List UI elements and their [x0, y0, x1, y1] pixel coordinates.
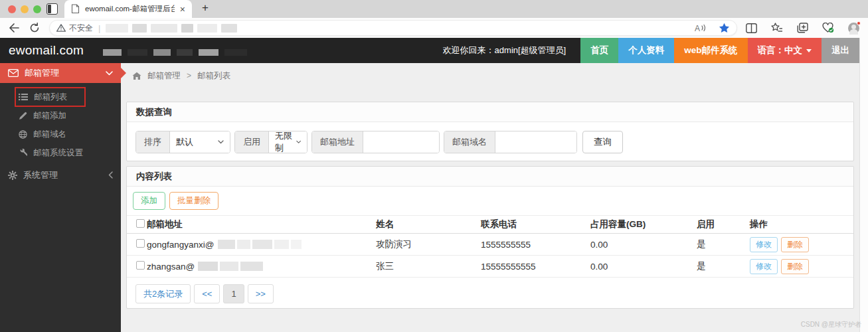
browser-tab[interactable]: ewomail.com-邮箱管理后台 ×	[64, 0, 192, 18]
header-phone: 联系电话	[481, 218, 590, 230]
domain-input[interactable]	[495, 131, 576, 153]
nav-profile-label: 个人资料	[628, 44, 664, 56]
sidebar-item-mail-domain[interactable]: 邮箱域名	[0, 125, 121, 143]
cell-email: zhangsan@	[147, 262, 195, 272]
select-chevron-icon	[296, 140, 301, 144]
tab-close-icon[interactable]: ×	[180, 5, 185, 14]
nav-webmail-button[interactable]: web邮件系统	[674, 38, 747, 63]
address-separator: |	[98, 23, 100, 33]
svg-text:A: A	[695, 24, 700, 33]
sort-value: 默认	[176, 136, 193, 148]
page-scrollbar[interactable]	[859, 38, 868, 332]
window-close-button[interactable]	[8, 5, 16, 13]
edit-button[interactable]: 修改	[750, 259, 778, 274]
cell-capacity: 0.00	[590, 262, 697, 272]
delete-button[interactable]: 删除	[781, 237, 809, 252]
email-label: 邮箱地址	[312, 131, 363, 153]
sidebar-item-mail-list[interactable]: 邮箱列表	[0, 88, 121, 106]
pencil-icon	[19, 112, 27, 120]
browser-tab-strip: ewomail.com-邮箱管理后台 × +	[0, 0, 868, 18]
main-content: 邮箱管理 > 邮箱列表 数据查询 排序 默认 启用 无限制	[121, 63, 859, 332]
list-panel-title: 内容列表	[127, 167, 853, 187]
email-input[interactable]	[363, 131, 439, 153]
row-checkbox[interactable]	[136, 261, 145, 270]
sidebar-group-system[interactable]: 系统管理	[0, 165, 121, 185]
refresh-icon[interactable]	[29, 23, 40, 33]
search-button[interactable]: 查询	[582, 131, 623, 153]
add-button[interactable]: 添加	[133, 192, 165, 210]
nav-home-button[interactable]: 首页	[580, 38, 618, 63]
site-security-badge[interactable]: 不安全	[56, 23, 93, 34]
batch-delete-button[interactable]: 批量删除	[169, 192, 218, 210]
sidebar-item-mail-settings[interactable]: 邮箱系统设置	[0, 143, 121, 162]
welcome-text: 欢迎你回来：admin[超级管理员]	[443, 38, 566, 63]
nav-language-label: 语言：中文	[758, 44, 803, 56]
pagination: 共2条记录 << 1 >>	[127, 278, 853, 303]
chevron-down-icon	[106, 71, 113, 76]
table-header-row: 邮箱地址 姓名 联系电话 占用容量(GB) 启用 操作	[127, 215, 853, 234]
split-screen-icon[interactable]	[746, 23, 757, 33]
row-checkbox[interactable]	[136, 239, 145, 248]
pagination-next-button[interactable]: >>	[248, 284, 274, 303]
redacted-url	[106, 24, 237, 33]
enable-label: 启用	[235, 131, 269, 153]
enable-select[interactable]: 无限制	[269, 131, 307, 153]
tab-title: ewomail.com-邮箱管理后台	[85, 4, 175, 14]
nav-language-button[interactable]: 语言：中文	[748, 38, 822, 63]
redacted-bookmarks	[103, 49, 247, 56]
list-panel: 内容列表 添加 批量删除 邮箱地址 姓名 联系电话 占用容量(GB) 启用 操作…	[126, 166, 854, 309]
table-row: zhangsan@ 张三 15555555555 0.00 是 修改 删除	[127, 256, 853, 278]
security-warning-label: 不安全	[69, 23, 93, 34]
wrench-icon	[19, 149, 27, 157]
sidebar-group-system-label: 系统管理	[23, 169, 102, 181]
collections-icon[interactable]	[771, 23, 783, 33]
cell-email: gongfangyanxi@	[147, 240, 215, 250]
cell-phone: 15555555555	[481, 262, 590, 272]
new-tab-button[interactable]: +	[198, 1, 213, 15]
chevron-left-icon	[108, 171, 113, 179]
window-minimize-button[interactable]	[21, 5, 29, 13]
domain-label: 邮箱域名	[444, 131, 495, 153]
breadcrumb-mail-list[interactable]: 邮箱列表	[197, 70, 230, 82]
delete-button[interactable]: 删除	[781, 259, 809, 274]
header-actions: 操作	[750, 218, 853, 230]
email-group: 邮箱地址	[311, 131, 440, 153]
pagination-current-page[interactable]: 1	[223, 284, 244, 303]
sidebar: 邮箱管理 邮箱列表 邮箱添加	[0, 63, 121, 332]
back-icon[interactable]	[8, 23, 19, 33]
select-all-checkbox[interactable]	[136, 219, 145, 228]
sidebar-group-mail[interactable]: 邮箱管理	[0, 63, 121, 83]
tab-overview-icon[interactable]	[46, 3, 58, 15]
table-row: gongfangyanxi@ 攻防演习 1555555555 0.00 是 修改…	[127, 234, 853, 256]
tab-groups-icon[interactable]	[797, 23, 808, 33]
nav-profile-button[interactable]: 个人资料	[618, 38, 674, 63]
sort-group: 排序 默认	[135, 131, 230, 153]
breadcrumb: 邮箱管理 > 邮箱列表	[121, 63, 859, 88]
sort-select[interactable]: 默认	[170, 131, 230, 153]
envelope-icon	[8, 69, 19, 77]
browser-toolbar: 不安全 | A	[0, 18, 868, 38]
address-bar[interactable]: 不安全 | A	[49, 20, 737, 36]
header-enabled: 启用	[697, 218, 750, 230]
cell-name: 张三	[376, 260, 481, 272]
cell-phone: 1555555555	[481, 240, 590, 250]
caret-down-icon	[806, 49, 812, 52]
header-capacity: 占用容量(GB)	[590, 218, 697, 230]
watermark: CSDN @星球守护者	[801, 320, 861, 329]
window-zoom-button[interactable]	[33, 5, 41, 13]
home-icon[interactable]	[132, 72, 141, 80]
edit-button[interactable]: 修改	[750, 237, 778, 252]
sidebar-item-mail-add[interactable]: 邮箱添加	[0, 106, 121, 125]
read-aloud-icon[interactable]: A	[694, 23, 707, 33]
gear-icon	[8, 171, 17, 180]
sort-label: 排序	[136, 131, 170, 153]
profile-avatar[interactable]	[848, 23, 859, 34]
nav-logout-button[interactable]: 退出	[822, 38, 859, 63]
notification-dot-icon	[857, 21, 861, 25]
enable-group: 启用 无限制	[234, 131, 307, 153]
breadcrumb-mail-manage[interactable]: 邮箱管理	[147, 70, 181, 82]
app-logo[interactable]: ewomail.com	[0, 38, 84, 63]
pagination-prev-button[interactable]: <<	[194, 284, 220, 303]
browser-essentials-icon[interactable]	[822, 23, 834, 33]
favorite-star-icon[interactable]	[719, 23, 730, 33]
